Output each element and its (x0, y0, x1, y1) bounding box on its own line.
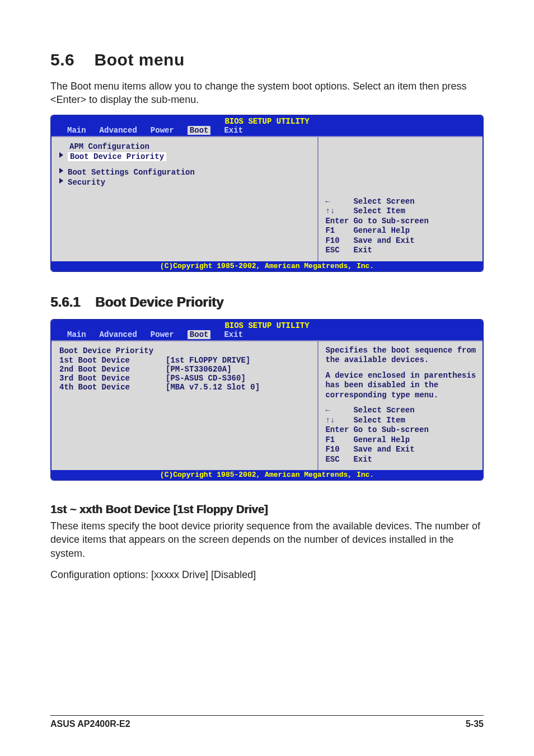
nav-label: Go to Sub-screen (353, 217, 428, 227)
setting-4th-boot-device[interactable]: 4th Boot Device [MBA v7.5.12 Slot 0] (59, 383, 311, 392)
nav-label: Save and Exit (353, 445, 414, 455)
arrow-left-icon: ← (325, 197, 350, 207)
arrow-left-icon: ← (325, 406, 350, 416)
field-config-options: Configuration options: [xxxxx Drive] [Di… (50, 568, 484, 581)
bios-title: BIOS SETUP UTILITY (51, 321, 483, 330)
bios-nav-help: ←Select Screen ↑↓Select Item EnterGo to … (325, 197, 477, 256)
nav-label: Select Item (353, 206, 405, 217)
tab-exit[interactable]: Exit (224, 330, 243, 339)
setting-label: 1st Boot Device (59, 356, 166, 365)
bios-copyright: (C)Copyright 1985-2002, American Megatre… (51, 261, 483, 271)
setting-value: [PS-ASUS CD-S360] (166, 374, 246, 383)
tab-advanced[interactable]: Advanced (100, 126, 137, 135)
tab-exit[interactable]: Exit (224, 126, 243, 135)
key-esc: ESC (325, 455, 350, 465)
nav-label: Select Screen (353, 197, 414, 207)
page-footer: ASUS AP2400R-E2 5-35 (50, 715, 484, 729)
submenu-arrow-icon (59, 178, 63, 184)
item-security[interactable]: Security (59, 177, 311, 187)
help-paragraph: Specifies the boot sequence from the ava… (325, 346, 477, 365)
key-enter: Enter (325, 425, 350, 435)
bios-header: BIOS SETUP UTILITY Main Advanced Power B… (51, 116, 483, 136)
nav-label: Select Item (353, 416, 405, 426)
nav-label: General Help (353, 226, 410, 236)
field-heading: 1st ~ xxth Boot Device [1st Floppy Drive… (50, 503, 484, 516)
section-title-text: Boot menu (95, 50, 185, 69)
setting-2nd-boot-device[interactable]: 2nd Boot Device [PM-ST330620A] (59, 365, 311, 374)
key-enter: Enter (325, 217, 350, 227)
item-boot-device-priority[interactable]: Boot Device Priority (59, 152, 311, 162)
footer-page-number: 5-35 (466, 719, 484, 729)
key-esc: ESC (325, 246, 350, 256)
arrow-updown-icon: ↑↓ (325, 416, 350, 426)
bios-tab-bar: Main Advanced Power Boot Exit (51, 126, 483, 135)
nav-label: Go to Sub-screen (353, 425, 428, 435)
setting-3rd-boot-device[interactable]: 3rd Boot Device [PS-ASUS CD-S360] (59, 374, 311, 383)
bios-help-text: Specifies the boot sequence from the ava… (325, 346, 477, 401)
nav-label: Exit (353, 455, 372, 465)
panel-heading: Boot Device Priority (59, 346, 311, 356)
field-description: These items specify the boot device prio… (50, 519, 484, 560)
setting-1st-boot-device[interactable]: 1st Boot Device [1st FLOPPY DRIVE] (59, 356, 311, 365)
bios-right-panel: Specifies the boot sequence from the ava… (318, 340, 483, 471)
tab-boot[interactable]: Boot (188, 330, 211, 339)
bios-screen-boot-device-priority: BIOS SETUP UTILITY Main Advanced Power B… (50, 319, 484, 481)
item-label: Boot Settings Configuration (68, 168, 195, 177)
section-heading: 5.6 Boot menu (50, 50, 484, 69)
setting-label: 2nd Boot Device (59, 365, 166, 374)
submenu-arrow-icon (59, 168, 63, 173)
item-label: Security (68, 178, 105, 187)
key-f10: F10 (325, 445, 350, 455)
tab-main[interactable]: Main (67, 126, 86, 135)
setting-label: 3rd Boot Device (59, 374, 166, 383)
bios-left-panel: Boot Device Priority 1st Boot Device [1s… (51, 340, 318, 471)
key-f1: F1 (325, 226, 350, 236)
section-description: The Boot menu items allow you to change … (50, 79, 484, 107)
tab-boot[interactable]: Boot (188, 126, 211, 135)
tab-power[interactable]: Power (151, 330, 174, 339)
nav-label: General Help (353, 435, 410, 445)
bios-nav-help: ←Select Screen ↑↓Select Item EnterGo to … (325, 406, 477, 464)
setting-value: [MBA v7.5.12 Slot 0] (166, 383, 260, 392)
key-f10: F10 (325, 236, 350, 246)
bios-left-panel: APM Configuration Boot Device Priority B… (51, 136, 318, 261)
setting-value: [1st FLOPPY DRIVE] (166, 356, 250, 365)
nav-label: Save and Exit (353, 236, 414, 246)
tab-advanced[interactable]: Advanced (100, 330, 137, 339)
tab-main[interactable]: Main (67, 330, 86, 339)
nav-label: Exit (353, 246, 372, 256)
setting-value: [PM-ST330620A] (166, 365, 232, 374)
help-paragraph: A device enclosed in parenthesis has bee… (325, 371, 477, 401)
arrow-updown-icon: ↑↓ (325, 206, 350, 217)
footer-product: ASUS AP2400R-E2 (50, 719, 130, 729)
bios-copyright: (C)Copyright 1985-2002, American Megatre… (51, 470, 483, 480)
selected-item-label: Boot Device Priority (68, 152, 166, 161)
bios-header: BIOS SETUP UTILITY Main Advanced Power B… (51, 320, 483, 340)
tab-power[interactable]: Power (151, 126, 174, 135)
submenu-arrow-icon (59, 152, 63, 158)
bios-screen-boot-menu: BIOS SETUP UTILITY Main Advanced Power B… (50, 115, 484, 272)
bios-tab-bar: Main Advanced Power Boot Exit (51, 330, 483, 339)
section-number: 5.6 (50, 50, 74, 69)
item-apm-configuration[interactable]: APM Configuration (59, 142, 311, 152)
subsection-number: 5.6.1 (50, 294, 80, 309)
key-f1: F1 (325, 435, 350, 445)
subsection-title: Boot Device Priority (95, 294, 223, 309)
bios-title: BIOS SETUP UTILITY (51, 117, 483, 126)
subsection-heading: 5.6.1 Boot Device Priority (50, 294, 484, 310)
setting-label: 4th Boot Device (59, 383, 166, 392)
item-boot-settings-configuration[interactable]: Boot Settings Configuration (59, 167, 311, 177)
bios-right-panel: ←Select Screen ↑↓Select Item EnterGo to … (318, 136, 483, 261)
nav-label: Select Screen (353, 406, 414, 416)
